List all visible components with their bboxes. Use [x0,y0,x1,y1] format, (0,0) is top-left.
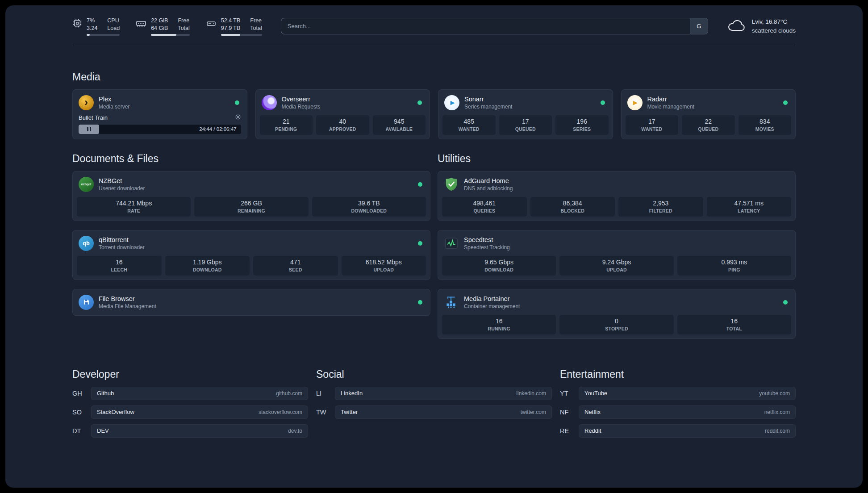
bookmark-github[interactable]: Github github.com [91,387,308,400]
plex-now-playing: Bullet Train 24:44 / 02:06:47 [77,114,243,135]
bookmark-youtube[interactable]: YouTube youtube.com [579,387,796,400]
stat-queries: 498,461 QUERIES [442,197,527,217]
bookmark-abbr: RE [560,427,579,435]
bookmark-abbr: TW [316,409,335,416]
memory-progress-bar [151,34,190,36]
status-dot [601,100,605,105]
bookmark-abbr: YT [560,390,579,397]
section-title-documents: Documents & Files [72,153,430,165]
stat-seed: 471 SEED [253,256,338,276]
stat-running: 16 RUNNING [442,315,556,334]
bookmark-linkedin[interactable]: LinkedIn linkedin.com [335,387,552,400]
memory-values: 22 GiB 64 GiB [151,17,168,32]
service-card-nzbget[interactable]: nzbget NZBGet Usenet downloader 744.21 M… [72,171,430,221]
status-dot [418,182,422,187]
bookmark-abbr: LI [316,390,335,397]
service-card-speedtest[interactable]: Speedtest Speedtest Tracking 9.65 Gbps D… [438,230,796,280]
player-time: 24:44 / 02:06:47 [199,126,236,132]
stat-queued: 17 QUEUED [499,115,552,135]
portainer-icon [444,295,459,310]
stat-available: 945 AVAILABLE [373,115,426,135]
service-card-portainer[interactable]: Media Portainer Container management 16 … [438,289,796,339]
disk-total: 97.9 TB [221,25,241,32]
service-card-sonarr[interactable]: Sonarr Series management 485 WANTED 17 Q… [438,89,613,139]
disk-progress-bar [221,34,262,36]
qbittorrent-icon: qb [79,236,94,251]
section-title-entertainment: Entertainment [560,368,796,380]
stat-pending: 21 PENDING [260,115,313,135]
service-card-filebrowser[interactable]: File Browser Media File Management [72,289,430,316]
stat-movies: 834 MOVIES [739,115,792,135]
memory-labels: Free Total [178,17,189,32]
status-dot [235,100,239,105]
bookmark-twitter[interactable]: Twitter twitter.com [335,405,552,419]
adguard-icon [444,177,459,192]
stat-approved: 40 APPROVED [316,115,369,135]
cloud-icon [727,19,747,33]
stat-stopped: 0 STOPPED [559,315,673,334]
plex-icon [79,95,94,110]
weather-location: Lviv, 16.87°C [752,17,796,26]
status-dot [783,300,788,305]
player-settings-gear-icon[interactable] [235,114,241,121]
stat-series: 196 SERIES [555,115,609,135]
bookmark-netflix[interactable]: Netflix netflix.com [579,405,796,419]
cpu-percent: 7% [87,17,97,25]
disk-icon [206,18,217,31]
pause-button[interactable] [79,125,99,134]
cpu-progress-bar [87,34,120,36]
service-card-radarr[interactable]: Radarr Movie management 17 WANTED 22 QUE… [621,89,796,139]
resource-widgets: 7% 3.24 CPU Load [72,17,262,36]
disk-free: 52.4 TB [221,17,241,25]
section-title-social: Social [316,368,552,380]
stat-downloaded: 39.6 TB DOWNLOADED [312,197,426,217]
status-dot [783,100,788,105]
bookmark-abbr: GH [72,390,91,397]
status-dot [418,300,422,305]
stat-download: 9.65 Gbps DOWNLOAD [442,256,556,276]
service-name: Plex [99,96,230,103]
bookmark-dev[interactable]: DEV dev.to [91,424,308,438]
stat-wanted: 485 WANTED [442,115,496,135]
search-provider-button[interactable]: G [690,18,708,34]
service-card-plex[interactable]: Plex Media server Bullet Train [72,89,247,139]
bookmark-stackoverflow[interactable]: StackOverflow stackoverflow.com [91,405,308,419]
service-card-qbittorrent[interactable]: qb qBittorrent Torrent downloader 16 LEE… [72,230,430,280]
bookmark-reddit[interactable]: Reddit reddit.com [579,424,796,438]
bookmark-abbr: SO [72,409,91,416]
stat-wanted: 17 WANTED [626,115,679,135]
service-subtitle: Media server [99,104,230,110]
topbar-divider [72,44,796,44]
player-progress-bar[interactable]: 24:44 / 02:06:47 [79,125,241,134]
stat-rate: 744.21 Mbps RATE [77,197,191,217]
memory-free: 22 GiB [151,17,168,25]
filebrowser-icon [79,295,94,310]
nzbget-icon: nzbget [79,177,94,192]
top-bar: 7% 3.24 CPU Load [72,17,796,36]
search-input[interactable] [281,18,690,34]
disk-labels: Free Total [250,17,262,32]
disk-widget: 52.4 TB 97.9 TB Free Total [206,17,262,36]
memory-icon [136,18,146,31]
service-card-adguard[interactable]: AdGuard Home DNS and adblocking 498,461 … [438,171,796,221]
status-dot [418,241,422,246]
overseerr-icon [262,95,277,110]
memory-total: 64 GiB [151,25,168,32]
bookmark-abbr: DT [72,427,91,435]
stat-ping: 0.993 ms PING [677,256,791,276]
weather-condition: scattered clouds [752,26,796,35]
section-title-utilities: Utilities [438,153,796,165]
stat-upload: 9.24 Gbps UPLOAD [559,256,673,276]
cpu-load-value: 3.24 [87,25,97,32]
section-title-media: Media [72,71,796,83]
radarr-icon [627,95,643,110]
dashboard-panel: 7% 3.24 CPU Load [5,5,863,488]
stat-filtered: 2,953 FILTERED [618,197,703,217]
stat-total: 16 TOTAL [677,315,791,334]
section-title-developer: Developer [72,368,308,380]
stat-upload: 618.52 Mbps UPLOAD [342,256,426,276]
service-card-overseerr[interactable]: Overseerr Media Requests 21 PENDING 40 A… [255,89,430,139]
cpu-widget: 7% 3.24 CPU Load [72,17,120,36]
weather-widget: Lviv, 16.87°C scattered clouds [727,17,796,35]
cpu-icon [72,18,82,30]
